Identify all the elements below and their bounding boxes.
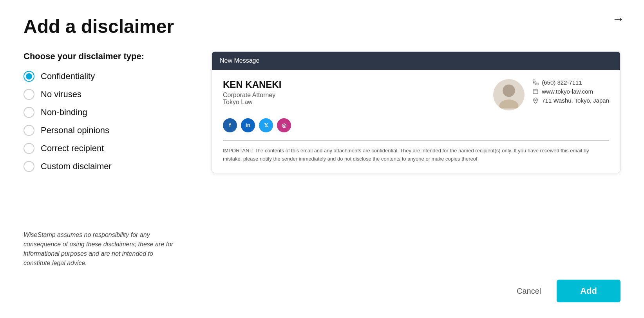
sig-website: www.tokyo-law.com <box>532 88 609 95</box>
avatar <box>493 79 525 110</box>
sig-title: Corporate Attorney <box>223 92 485 99</box>
phone-value: (650) 322-7111 <box>542 79 582 86</box>
radio-item-confidentiality[interactable]: Confidentiality <box>24 71 188 82</box>
add-button[interactable]: Add <box>557 280 620 302</box>
radio-label-correct-recipient: Correct recipient <box>41 143 104 154</box>
radio-circle-personal-opinions <box>24 125 34 136</box>
disclaimer-note: WiseStamp assumes no responsibility for … <box>24 230 180 268</box>
radio-label-custom-disclaimer: Custom disclaimer <box>41 161 112 172</box>
sig-contact: (650) 322-7111 www.tokyo-law.com <box>532 79 609 104</box>
sig-address: 711 Washū, Tokyo, Japan <box>532 97 609 104</box>
social-icons: f in 𝕏 ◎ <box>223 118 609 132</box>
sig-info: KEN KANEKI Corporate Attorney Tokyo Law <box>223 79 485 106</box>
radio-item-correct-recipient[interactable]: Correct recipient <box>24 143 188 154</box>
website-icon <box>532 89 539 95</box>
right-panel: New Message KEN KANEKI Corporate Attorne… <box>212 51 620 268</box>
divider <box>223 140 609 141</box>
svg-point-0 <box>503 85 515 97</box>
email-preview: New Message KEN KANEKI Corporate Attorne… <box>212 51 620 173</box>
signature-area: KEN KANEKI Corporate Attorney Tokyo Law <box>223 79 609 110</box>
radio-circle-correct-recipient <box>24 143 34 154</box>
radio-item-non-binding[interactable]: Non-binding <box>24 107 188 118</box>
svg-point-4 <box>535 99 536 101</box>
radio-group: ConfidentialityNo virusesNon-bindingPers… <box>24 71 188 172</box>
radio-circle-no-viruses <box>24 89 34 100</box>
radio-label-no-viruses: No viruses <box>41 89 81 99</box>
sig-company: Tokyo Law <box>223 99 485 106</box>
email-header: New Message <box>212 52 620 70</box>
location-icon <box>532 98 539 104</box>
sig-phone: (650) 322-7111 <box>532 79 609 86</box>
radio-circle-non-binding <box>24 107 34 118</box>
linkedin-icon: in <box>241 118 255 132</box>
main-content: Choose your disclaimer type: Confidentia… <box>24 51 620 268</box>
facebook-icon: f <box>223 118 237 132</box>
instagram-icon: ◎ <box>277 118 291 132</box>
sig-name: KEN KANEKI <box>223 79 485 90</box>
page-title: Add a disclaimer <box>24 16 620 37</box>
radio-circle-custom-disclaimer <box>24 161 34 172</box>
radio-item-custom-disclaimer[interactable]: Custom disclaimer <box>24 161 188 172</box>
left-panel: Choose your disclaimer type: Confidentia… <box>24 51 188 268</box>
svg-rect-2 <box>533 90 538 94</box>
email-body: KEN KANEKI Corporate Attorney Tokyo Law <box>212 70 620 173</box>
twitter-icon: 𝕏 <box>259 118 273 132</box>
radio-label-non-binding: Non-binding <box>41 107 87 117</box>
bottom-actions: Cancel Add <box>24 280 620 302</box>
radio-label-confidentiality: Confidentiality <box>41 71 95 81</box>
radio-label-personal-opinions: Personal opinions <box>41 125 109 136</box>
phone-icon <box>532 80 539 86</box>
address-value: 711 Washū, Tokyo, Japan <box>542 97 609 104</box>
cancel-button[interactable]: Cancel <box>509 282 549 300</box>
disclaimer-text: IMPORTANT: The contents of this email an… <box>223 147 609 163</box>
arrow-right-icon[interactable]: → <box>612 12 624 26</box>
radio-item-no-viruses[interactable]: No viruses <box>24 89 188 100</box>
choose-label: Choose your disclaimer type: <box>24 51 188 61</box>
page-container: → Add a disclaimer Choose your disclaime… <box>0 0 644 318</box>
radio-item-personal-opinions[interactable]: Personal opinions <box>24 125 188 136</box>
radio-circle-confidentiality <box>24 71 34 82</box>
svg-point-1 <box>499 99 519 108</box>
website-value: www.tokyo-law.com <box>542 88 593 95</box>
